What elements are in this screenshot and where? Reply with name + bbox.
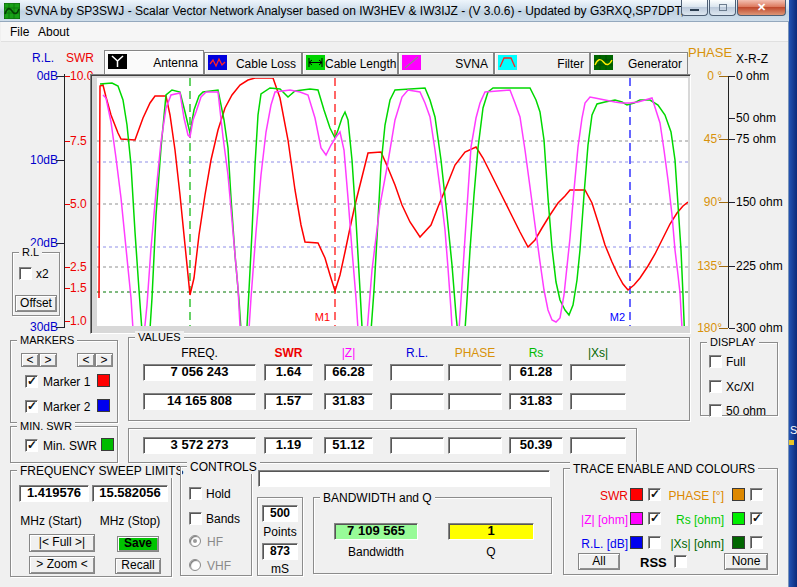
display-full-checkbox[interactable]	[709, 355, 722, 368]
min-swr-phase-field[interactable]	[448, 437, 502, 454]
tab-filter[interactable]: Filter	[494, 52, 590, 74]
zoom-button[interactable]: > Zoom <	[29, 556, 95, 574]
marker1-swr-field[interactable]: 1.64	[264, 364, 313, 381]
ohm-scale-tick-5	[729, 328, 735, 329]
desktop-icon-label[interactable]: S	[790, 424, 797, 436]
marker1-label: Marker 1	[43, 375, 90, 389]
marker1-rs-field[interactable]: 61.28	[509, 364, 563, 381]
tab-cable-length[interactable]: Cable Length	[302, 52, 398, 74]
ohm-scale-tick-3	[729, 202, 735, 203]
min-swr-swr-field[interactable]: 1.19	[264, 437, 313, 454]
marker1-freq-field[interactable]: 7 056 243	[143, 364, 256, 381]
full-span-button[interactable]: |< Full >|	[29, 534, 95, 552]
min-swr-freq-field[interactable]: 3 572 273	[143, 437, 256, 454]
marker2-color-swatch[interactable]	[97, 399, 110, 412]
save-button[interactable]: Save	[117, 536, 159, 552]
marker1-z-field[interactable]: 66.28	[324, 364, 373, 381]
values-group-label: VALUES	[135, 331, 184, 343]
display-group: DISPLAY Full Xc/Xl 50 ohm	[700, 342, 778, 416]
right-trace-checkbox-2[interactable]	[750, 536, 763, 549]
menu-about[interactable]: About	[38, 25, 69, 39]
min-swr-xs-field[interactable]	[570, 437, 626, 454]
display-xcxl-checkbox[interactable]	[709, 380, 722, 393]
left-trace-label-0: SWR	[564, 489, 628, 503]
ohm-scale-label-3: 150 ohm	[736, 195, 783, 209]
marker2-left-button[interactable]: <	[77, 353, 95, 367]
marker1-right-button[interactable]: >	[39, 353, 57, 367]
values-header-rl: R.L.	[390, 346, 444, 360]
all-traces-button[interactable]: All	[578, 553, 620, 570]
right-trace-checkbox-1[interactable]	[750, 512, 763, 525]
left-trace-swatch-2[interactable]	[630, 536, 643, 549]
display-50ohm-checkbox[interactable]	[709, 404, 722, 417]
values-header-rs: Rs	[509, 346, 563, 360]
marker2-z-field[interactable]: 31.83	[324, 393, 373, 410]
right-trace-swatch-1[interactable]	[732, 512, 745, 525]
vhf-radio[interactable]	[189, 559, 201, 571]
hf-radio[interactable]	[189, 535, 201, 547]
rss-label: RSS	[640, 555, 667, 570]
close-button[interactable]: ✕	[737, 0, 786, 16]
min-swr-checkbox[interactable]	[25, 439, 38, 452]
marker1-checkbox[interactable]	[25, 375, 38, 388]
title-bar[interactable]: SVNA by SP3SWJ - Scalar Vector Network A…	[0, 0, 789, 22]
marker1-left-button[interactable]: <	[21, 353, 39, 367]
marker2-freq-field[interactable]: 14 165 808	[143, 393, 256, 410]
desktop-icon[interactable]	[789, 440, 794, 445]
q-field[interactable]: 1	[448, 523, 534, 540]
marker2-swr-field[interactable]: 1.57	[264, 393, 313, 410]
marker1-xs-field[interactable]	[570, 364, 626, 381]
controls-group: CONTROLS Hold Bands HF VHF	[180, 466, 252, 576]
minimize-button[interactable]	[681, 0, 708, 16]
ohm-scale-label-2: 75 ohm	[736, 132, 776, 146]
sweep-stop-field[interactable]: 15.582056	[92, 485, 168, 502]
menu-file[interactable]: File	[10, 25, 29, 39]
swr-axis-title: SWR	[66, 51, 94, 65]
right-trace-label-1: Rs [ohm]	[660, 513, 724, 527]
app-icon	[4, 3, 20, 22]
points-label: Points	[258, 525, 302, 539]
marker2-checkbox[interactable]	[25, 400, 38, 413]
recall-button[interactable]: Recall	[115, 558, 161, 574]
maximize-button[interactable]	[709, 0, 736, 16]
bands-checkbox[interactable]	[189, 512, 202, 525]
x2-checkbox[interactable]	[19, 267, 32, 280]
tab-generator[interactable]: Generator	[590, 52, 688, 74]
bandwidth-field[interactable]: 7 109 565	[334, 523, 418, 540]
min-swr-z-field[interactable]: 51.12	[324, 437, 373, 454]
offset-button[interactable]: Offset	[15, 295, 57, 312]
tab-cable-loss[interactable]: Cable Loss	[204, 52, 302, 74]
antenna-icon	[108, 54, 127, 72]
rl-scale-label-3: 30dB	[20, 320, 58, 334]
rss-checkbox[interactable]	[674, 555, 687, 568]
chart-plot[interactable]: M1M2	[97, 78, 688, 326]
marker1-phase-field[interactable]	[448, 364, 502, 381]
sweep-stop-label: MHz (Stop)	[89, 514, 171, 528]
marker2-rs-field[interactable]: 31.83	[509, 393, 563, 410]
rl-scale-tick-0	[56, 76, 64, 77]
right-trace-checkbox-0[interactable]	[750, 488, 763, 501]
none-traces-button[interactable]: None	[724, 553, 768, 570]
hold-checkbox[interactable]	[189, 487, 202, 500]
sweep-start-field[interactable]: 1.419576	[19, 485, 89, 502]
min-swr-color-swatch[interactable]	[101, 438, 114, 451]
tab-antenna[interactable]: Antenna	[104, 50, 204, 75]
right-trace-swatch-2[interactable]	[732, 536, 745, 549]
marker2-rl-field[interactable]	[390, 393, 444, 410]
controls-group-label: CONTROLS	[187, 460, 260, 474]
tab-svna[interactable]: SVNA	[398, 52, 494, 74]
left-trace-swatch-0[interactable]	[630, 488, 643, 501]
marker1-rl-field[interactable]	[390, 364, 444, 381]
min-swr-rs-field[interactable]: 50.39	[509, 437, 563, 454]
command-input[interactable]	[258, 470, 550, 487]
points-field[interactable]: 500	[262, 505, 298, 522]
left-trace-swatch-1[interactable]	[630, 512, 643, 525]
marker2-phase-field[interactable]	[448, 393, 502, 410]
marker2-xs-field[interactable]	[570, 393, 626, 410]
ohm-scale-tick-4	[729, 266, 735, 267]
right-trace-swatch-0[interactable]	[732, 488, 745, 501]
marker2-right-button[interactable]: >	[95, 353, 113, 367]
marker1-color-swatch[interactable]	[97, 374, 110, 387]
min-swr-rl-field[interactable]	[390, 437, 444, 454]
sweep-time-field[interactable]: 873	[262, 543, 298, 560]
